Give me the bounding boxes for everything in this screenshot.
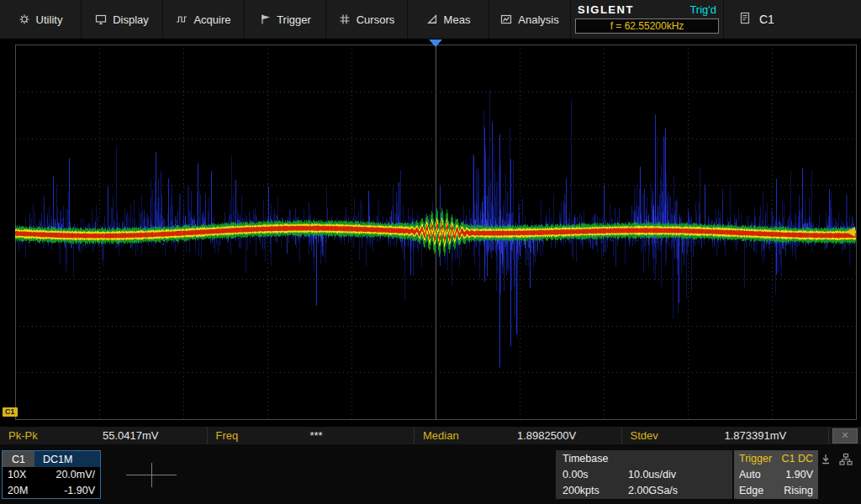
channel-trace-badge: C1 [3, 407, 18, 417]
channel-offset: -1.90V [64, 485, 95, 496]
channel1-descriptor-panel[interactable]: C1 DC1M 10X 20.0mV/ 20M -1.90V [2, 450, 101, 499]
menu-analysis-label: Analysis [518, 13, 558, 26]
frequency-counter: f = 62.55200kHz [575, 18, 719, 34]
oscilloscope-screen: { "menu": { "items": [ {"label": "Utilit… [0, 0, 861, 504]
trigger-level: 1.90V [785, 469, 813, 480]
measurement-label: Pk-Pk [0, 429, 103, 442]
timebase-samplerate: 2.00GSa/s [628, 485, 678, 496]
trigger-source: C1 DC [781, 453, 813, 465]
trigger-position-marker[interactable] [429, 39, 442, 47]
timebase-scale: 10.0us/div [628, 469, 676, 480]
bottom-status-bar: C1 DC1M 10X 20.0mV/ 20M -1.90V Timebase … [0, 444, 861, 504]
menu-cursors-label: Cursors [357, 13, 395, 26]
acquire-wave-icon [176, 13, 188, 25]
menu-cursors[interactable]: Cursors [326, 0, 408, 39]
timebase-title: Timebase [563, 453, 628, 465]
trigger-mode: Auto [739, 469, 761, 480]
channel-probe: 10X [8, 469, 26, 480]
measurement-median[interactable]: Median 1.8982500V [415, 427, 622, 444]
trigger-type: Edge [739, 485, 763, 496]
measurement-pkpk[interactable]: Pk-Pk 55.0417mV [0, 427, 208, 444]
waveform-canvas[interactable] [0, 39, 861, 426]
trigger-level-marker[interactable] [846, 227, 855, 237]
menu-acquire[interactable]: Acquire [163, 0, 245, 39]
close-icon: ✕ [841, 430, 848, 441]
trigger-title: Trigger [739, 453, 772, 465]
timebase-memory: 200kpts [563, 485, 628, 496]
menu-utility-label: Utility [36, 13, 63, 26]
trigger-flag-icon [259, 13, 271, 25]
channel-bandwidth: 20M [8, 485, 28, 496]
measurement-freq[interactable]: Freq *** [208, 427, 415, 444]
menu-trigger[interactable]: Trigger [245, 0, 326, 39]
measurement-value: 55.0417mV [103, 429, 159, 442]
measurement-bar: Pk-Pk 55.0417mV Freq *** Median 1.898250… [0, 426, 861, 444]
trigger-status: Trig'd [689, 3, 716, 16]
menu-analysis[interactable]: Analysis [489, 0, 571, 39]
top-menu-bar: Utility Display Acquire Trigger [0, 0, 861, 39]
menu-acquire-label: Acquire [193, 13, 230, 26]
trigger-slope: Rising [784, 485, 813, 496]
gear-icon [18, 13, 30, 25]
menu-meas-label: Meas [444, 13, 471, 26]
menu-display[interactable]: Display [82, 0, 163, 39]
measurement-value: 1.8982500V [517, 429, 576, 442]
channel-scale: 20.0mV/ [55, 469, 95, 480]
active-channel-indicator[interactable]: C1 [759, 13, 774, 26]
close-measurements-button[interactable]: ✕ [832, 428, 858, 444]
crosshair-vertical-line [151, 463, 152, 487]
menu-meas[interactable]: Meas [408, 0, 489, 39]
analysis-chart-icon [500, 13, 512, 25]
cursors-icon [339, 13, 351, 25]
offset-crosshair [105, 450, 198, 499]
siglent-logo: SIGLENT [578, 3, 634, 16]
trigger-panel[interactable]: Trigger C1 DC Auto 1.90V Edge Rising [734, 450, 818, 499]
timebase-panel[interactable]: Timebase 0.00s 10.0us/div 200kpts 2.00GS… [556, 450, 732, 499]
channel-coupling: DC1M [34, 451, 100, 467]
timebase-delay: 0.00s [563, 469, 628, 480]
usb-arrow-down-icon[interactable] [820, 453, 832, 470]
network-lan-icon[interactable] [839, 453, 853, 470]
measurement-value: *** [310, 429, 323, 442]
brand-status-block: SIGLENT Trig'd f = 62.55200kHz [571, 0, 724, 39]
history-list-icon[interactable] [739, 12, 751, 27]
display-icon [95, 13, 107, 25]
menu-display-label: Display [113, 13, 149, 26]
measurement-label: Median [415, 429, 517, 442]
active-channel-block: C1 [724, 0, 861, 39]
menu-utility[interactable]: Utility [0, 0, 82, 39]
measurement-label: Stdev [622, 429, 725, 442]
io-status-icons [820, 453, 853, 470]
waveform-display-area: C1 [0, 39, 861, 426]
menu-trigger-label: Trigger [277, 13, 311, 26]
measure-ruler-icon [426, 13, 438, 25]
measurement-stdev[interactable]: Stdev 1.873391mV [622, 427, 830, 444]
channel-name: C1 [3, 451, 34, 467]
measurement-value: 1.873391mV [725, 429, 787, 442]
measurement-label: Freq [208, 429, 310, 442]
